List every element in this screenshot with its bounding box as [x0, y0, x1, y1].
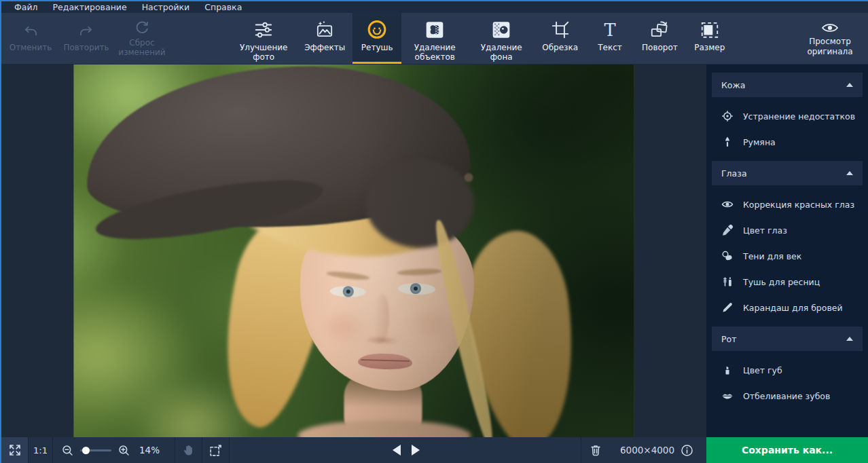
photo-shoulders	[298, 420, 471, 437]
tool-item-label: Румяна	[743, 137, 776, 147]
text-icon: T	[600, 18, 620, 42]
reset-changes-button[interactable]: Сброс изменений	[114, 13, 170, 64]
tab-retouch[interactable]: Ретушь	[352, 13, 401, 64]
tool-item-label: Отбеливание зубов	[743, 391, 830, 401]
delete-image-button[interactable]	[581, 437, 611, 463]
zoom-slider-knob[interactable]	[82, 447, 90, 454]
save-as-label: Сохранить как...	[742, 445, 833, 456]
photo-image[interactable]	[74, 64, 634, 437]
actual-size-label: 1:1	[33, 445, 48, 456]
undo-icon	[22, 24, 39, 41]
image-navigation	[393, 445, 420, 456]
photo-hair	[204, 210, 340, 435]
fit-to-screen-button[interactable]	[1, 437, 29, 463]
tab-label: Текст	[598, 43, 622, 52]
tab-remove-objects[interactable]: Удаление объектов	[401, 13, 468, 64]
lips-icon	[721, 389, 734, 403]
status-bar: 1:1 14%	[1, 437, 868, 463]
tool-item-eye-color[interactable]: Цвет глаз	[706, 217, 868, 243]
blush-brush-icon	[721, 135, 734, 149]
tool-item-label: Карандаш для бровей	[743, 303, 843, 313]
tab-text[interactable]: T Текст	[585, 13, 634, 64]
undo-button[interactable]: Отменить	[3, 13, 58, 64]
retouch-face-icon	[365, 18, 388, 42]
tool-item-eyeshadow[interactable]: Тени для век	[706, 243, 868, 269]
photo-cap-button	[465, 173, 473, 182]
tool-item-healing[interactable]: Устранение недостатков	[706, 103, 868, 129]
zoom-in-button[interactable]	[117, 444, 130, 457]
tab-remove-background[interactable]: Удаление фона	[468, 13, 535, 64]
tab-label: Обрезка	[542, 43, 578, 52]
canvas-area[interactable]	[1, 64, 706, 437]
mascara-icon	[721, 275, 734, 289]
tab-enhance-photo[interactable]: Улучшение фото	[230, 13, 297, 64]
marquee-selection-icon	[209, 443, 223, 458]
tool-item-label: Цвет губ	[743, 365, 782, 375]
photo-flat-cap	[84, 64, 473, 234]
zoom-slider[interactable]	[80, 449, 111, 451]
section-title: Кожа	[721, 80, 745, 90]
tool-item-label: Коррекция красных глаз	[743, 200, 854, 210]
redo-label: Повторить	[63, 43, 109, 53]
photo-hair	[458, 225, 586, 437]
reset-icon	[133, 19, 151, 37]
actual-size-button[interactable]: 1:1	[29, 437, 53, 463]
tab-label: Ретушь	[361, 43, 393, 52]
section-header-skin[interactable]: Кожа	[712, 73, 863, 97]
tool-item-brow-pencil[interactable]: Карандаш для бровей	[706, 295, 868, 320]
menu-file[interactable]: Файл	[7, 1, 46, 13]
zoom-controls: 14%	[53, 437, 175, 463]
tool-item-label: Цвет глаз	[743, 225, 787, 236]
menu-settings[interactable]: Настройки	[134, 1, 198, 13]
collapse-icon	[846, 83, 853, 87]
healing-target-icon	[721, 109, 734, 123]
tool-item-teeth-whitening[interactable]: Отбеливание зубов	[706, 383, 868, 409]
eye-icon	[820, 20, 840, 35]
reset-label: Сброс изменений	[114, 39, 170, 58]
red-eye-icon	[721, 198, 734, 211]
hand-tool-button[interactable]	[175, 437, 202, 463]
svg-text:T: T	[604, 20, 615, 40]
previous-image-button[interactable]	[393, 445, 401, 456]
toolbar: Отменить Повторить Сброс изменений	[1, 13, 868, 64]
view-original-button[interactable]: Просмотр оригинала	[795, 13, 865, 64]
photo-face	[297, 206, 476, 393]
tool-item-blush[interactable]: Румяна	[706, 129, 868, 155]
tab-label: Удаление объектов	[409, 43, 460, 62]
view-original-label: Просмотр оригинала	[795, 37, 865, 56]
section-title: Рот	[721, 334, 736, 344]
tool-item-lip-color[interactable]: Цвет губ	[706, 357, 868, 383]
tab-crop[interactable]: Обрезка	[535, 13, 585, 64]
rotate-icon	[649, 18, 670, 42]
collapse-icon	[846, 337, 853, 341]
history-group: Отменить Повторить Сброс изменений	[1, 13, 170, 64]
trash-icon	[589, 443, 602, 457]
photo-neck	[344, 370, 422, 437]
section-header-eyes[interactable]: Глаза	[712, 161, 863, 185]
menu-edit[interactable]: Редактирование	[46, 1, 134, 13]
next-image-button[interactable]	[412, 445, 420, 456]
tool-item-red-eye[interactable]: Коррекция красных глаз	[706, 191, 868, 217]
tool-item-label: Тени для век	[743, 251, 801, 261]
tab-effects[interactable]: Эффекты	[297, 13, 352, 64]
tool-tabs: Улучшение фото Эффекты Ретушь Удаление о…	[230, 13, 734, 64]
section-header-mouth[interactable]: Рот	[712, 327, 863, 351]
selection-tool-button[interactable]	[202, 437, 230, 463]
lipstick-icon	[721, 363, 734, 377]
photo-cap-brim	[92, 168, 327, 251]
redo-button[interactable]: Повторить	[58, 13, 114, 64]
tab-label: Улучшение фото	[238, 43, 289, 62]
image-dimensions: 6000×4000	[611, 443, 706, 458]
save-as-button[interactable]: Сохранить как...	[706, 437, 868, 463]
tab-label: Размер	[694, 43, 725, 52]
tool-item-mascara[interactable]: Тушь для ресниц	[706, 269, 868, 295]
info-icon[interactable]	[680, 443, 694, 458]
section-title: Глаза	[721, 168, 747, 179]
tab-rotate[interactable]: Поворот	[634, 13, 685, 64]
tab-resize[interactable]: Размер	[685, 13, 734, 64]
eyedropper-icon	[721, 223, 734, 237]
fit-screen-icon	[8, 443, 22, 457]
tab-label: Удаление фона	[475, 43, 527, 62]
zoom-out-button[interactable]	[61, 444, 74, 457]
menu-help[interactable]: Справка	[197, 1, 249, 13]
